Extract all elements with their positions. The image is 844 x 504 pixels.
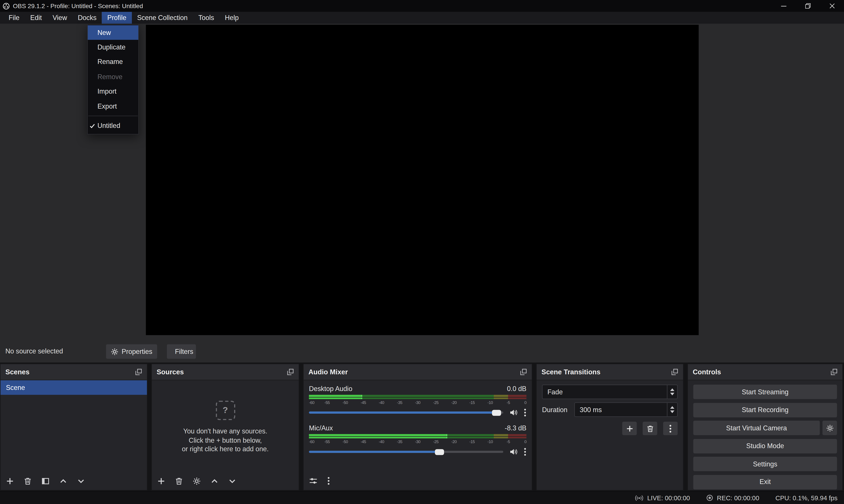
menu-item-label: Untitled [97,122,120,130]
move-source-down-button[interactable] [228,477,236,485]
channel-menu-button[interactable] [524,408,526,417]
virtual-camera-settings-button[interactable] [823,421,837,435]
spinner-arrows[interactable] [667,385,677,398]
tick: -55 [324,439,330,444]
move-scene-up-button[interactable] [59,477,67,485]
cpu-status: CPU: 0.1%, 59.94 fps [775,494,838,502]
volume-slider-fill [309,412,497,414]
menu-edit[interactable]: Edit [25,12,47,24]
move-scene-down-button[interactable] [77,477,85,485]
volume-slider-handle[interactable] [435,449,444,455]
tick: -20 [451,400,456,405]
transitions-dock-header: Scene Transitions [537,364,683,380]
source-properties-button[interactable] [193,477,201,485]
start-virtual-camera-button[interactable]: Start Virtual Camera [693,421,820,435]
live-status: LIVE: 00:00:00 [635,494,690,502]
tick: -5 [507,400,510,405]
tick: -30 [415,439,420,444]
tick: -20 [451,439,456,444]
remove-source-button[interactable] [175,477,183,485]
meter-scale: -60 -55 -50 -45 -40 -35 -30 -25 -20 -15 … [309,400,526,406]
duration-input[interactable]: 300 ms [574,402,678,417]
channel-name: Mic/Aux [309,425,333,432]
rec-time: REC: 00:00:00 [717,494,759,502]
start-streaming-button[interactable]: Start Streaming [693,385,837,399]
menu-item-rename[interactable]: Rename [88,55,138,70]
minimize-button[interactable] [771,0,795,12]
channel-db-value: 0.0 dB [507,385,526,393]
menu-tools[interactable]: Tools [193,12,219,24]
menu-file[interactable]: File [3,12,25,24]
popout-dock-icon[interactable] [135,368,142,375]
menu-docks[interactable]: Docks [72,12,102,24]
settings-button[interactable]: Settings [693,457,837,471]
duration-value: 300 ms [580,406,667,413]
mixer-body: Desktop Audio 0.0 dB -60 -55 -50 -45 [304,380,532,490]
mute-button[interactable] [509,408,518,417]
popout-dock-icon[interactable] [520,368,527,375]
titlebar: OBS 29.1.2 - Profile: Untitled - Scenes:… [0,0,844,12]
advanced-audio-button[interactable] [309,476,318,485]
menu-item-duplicate[interactable]: Duplicate [88,40,138,55]
scene-list-item[interactable]: Scene [0,380,147,395]
popout-dock-icon[interactable] [287,368,294,375]
add-source-button[interactable] [157,477,165,485]
record-status-icon [706,494,713,501]
tick: -10 [487,400,493,405]
scenes-dock-title: Scenes [5,368,30,376]
spinner-arrows[interactable] [667,403,677,416]
scene-filters-button[interactable] [41,477,50,485]
arrow-down-icon [670,410,675,413]
scenes-toolbar [6,477,85,485]
channel-menu-button[interactable] [524,448,526,456]
filters-button[interactable]: Filters [167,344,196,359]
remove-transition-button[interactable] [643,422,657,435]
popout-dock-icon[interactable] [671,368,678,375]
profile-menu: New Duplicate Rename Remove Import Expor… [87,24,139,134]
studio-mode-button[interactable]: Studio Mode [693,439,837,453]
exit-button[interactable]: Exit [693,475,837,489]
menu-item-untitled[interactable]: Untitled [88,119,138,133]
scenes-dock-header: Scenes [0,364,147,380]
scene-transitions-dock: Scene Transitions Fade Duration [536,363,684,491]
menu-profile[interactable]: Profile [102,12,132,24]
volume-slider-handle[interactable] [492,410,502,416]
volume-slider[interactable] [309,412,503,414]
menu-scene-collection[interactable]: Scene Collection [132,12,193,24]
window-title: OBS 29.1.2 - Profile: Untitled - Scenes:… [13,3,143,9]
source-list[interactable]: ? You don't have any sources. Click the … [152,380,299,490]
add-transition-button[interactable] [622,422,637,435]
menu-help[interactable]: Help [219,12,244,24]
transition-menu-button[interactable] [663,422,678,435]
transitions-toolbar [542,422,678,435]
volume-slider[interactable] [309,451,503,453]
transition-select[interactable]: Fade [542,385,678,399]
menu-item-export[interactable]: Export [88,99,138,114]
close-button[interactable] [820,0,844,12]
menu-item-import[interactable]: Import [88,84,138,99]
tick: -25 [433,439,438,444]
popout-dock-icon[interactable] [831,368,838,375]
gear-icon [111,348,118,355]
sources-toolbar [157,477,236,485]
start-recording-button[interactable]: Start Recording [693,403,837,417]
tick: -15 [469,439,475,444]
preview-canvas[interactable] [146,25,698,335]
tick: -60 [309,439,314,444]
maximize-button[interactable] [796,0,820,12]
tick: -35 [397,400,402,405]
move-source-up-button[interactable] [210,477,218,485]
remove-scene-button[interactable] [24,477,32,485]
sources-dock-header: Sources [152,364,299,380]
question-mark-icon: ? [216,401,235,420]
volume-meter [309,395,526,399]
menu-view[interactable]: View [47,12,73,24]
properties-button[interactable]: Properties [106,344,157,359]
mixer-channel-desktop-audio: Desktop Audio 0.0 dB -60 -55 -50 -45 [309,384,526,417]
add-scene-button[interactable] [6,477,14,485]
tick: -45 [361,439,366,444]
mixer-menu-button[interactable] [327,476,330,485]
mute-button[interactable] [509,448,518,456]
menu-separator [88,116,138,116]
menu-item-new[interactable]: New [88,25,138,40]
